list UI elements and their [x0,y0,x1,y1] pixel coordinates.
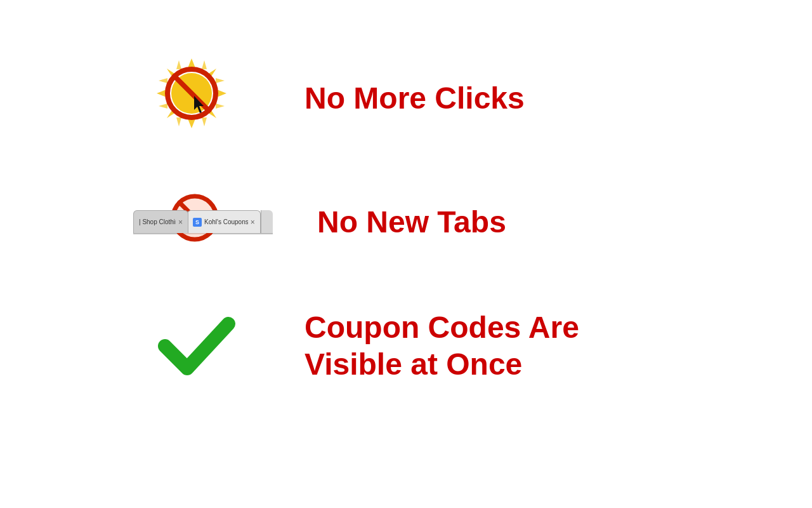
tab-2-favicon: S [193,218,202,227]
svg-marker-13 [216,104,225,109]
svg-marker-2 [157,90,166,97]
svg-marker-8 [176,60,181,69]
svg-marker-1 [188,119,195,128]
checkmark-svg [155,305,238,387]
no-clicks-svg [146,48,247,149]
svg-marker-15 [202,117,207,126]
tab-1-label: | Shop Clothing, Sho [139,218,176,225]
svg-marker-12 [216,78,225,83]
tab-2-label: Kohl's Coupons: 30% off a [204,218,248,225]
tab-2-close: × [251,218,255,227]
svg-marker-9 [202,60,207,69]
feature-row-no-tabs: | Shop Clothing, Sho × S Kohl's Coupons:… [0,184,812,260]
coupon-text: Coupon Codes Are Visible at Once [304,309,579,382]
svg-marker-3 [217,90,226,97]
tab-1-close: × [178,218,183,227]
checkmark-icon-area [127,298,266,394]
svg-marker-11 [159,104,167,109]
svg-marker-10 [159,78,167,83]
no-tabs-text: No New Tabs [317,204,506,241]
svg-marker-14 [176,117,181,126]
no-clicks-text: No More Clicks [304,80,525,117]
page-container: No More Clicks | Shop Clothing, Sho × S … [0,0,812,508]
svg-marker-0 [188,58,195,68]
no-clicks-icon-area [127,51,266,146]
feature-row-coupon: Coupon Codes Are Visible at Once [0,298,812,394]
browser-tabs: | Shop Clothing, Sho × S Kohl's Coupons:… [133,210,273,233]
tab-2: S Kohl's Coupons: 30% off a × [187,210,261,233]
feature-row-no-clicks: No More Clicks [0,51,812,146]
no-tabs-icon-area: | Shop Clothing, Sho × S Kohl's Coupons:… [127,184,279,260]
tab-1: | Shop Clothing, Sho × [133,210,188,233]
